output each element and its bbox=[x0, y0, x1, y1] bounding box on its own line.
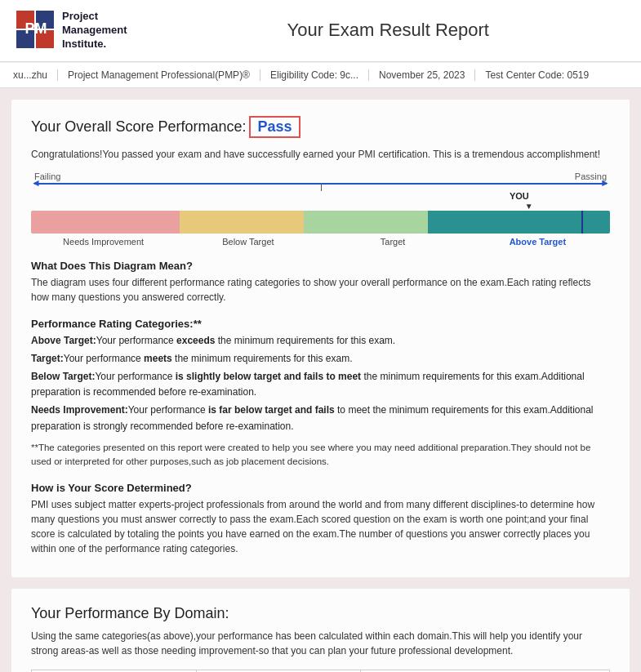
domain-section: Your Performance By Domain: Using the sa… bbox=[11, 589, 630, 672]
score-section: Your Overall Score Performance: Pass Con… bbox=[11, 100, 630, 578]
exam-name: Project Management Professional(PMP)® bbox=[58, 69, 260, 81]
you-pointer-symbol: ▼ bbox=[31, 202, 610, 211]
target-bar bbox=[304, 211, 428, 234]
perf-above-target: Above Target:Your performance exceeds th… bbox=[31, 333, 610, 349]
pmi-logo-icon: PM bbox=[16, 11, 56, 50]
score-performance-title: Your Overall Score Performance: bbox=[31, 118, 246, 136]
info-bar: xu...zhu Project Management Professional… bbox=[0, 62, 641, 88]
perf-below-target: Below Target:Your performance is slightl… bbox=[31, 369, 610, 400]
target-label: Target bbox=[321, 237, 465, 247]
score-determined-text: PMI uses subject matter experts-project … bbox=[31, 497, 610, 556]
perf-target: Target:Your performance meets the minimu… bbox=[31, 351, 610, 367]
logo-text: Project Management Institute. bbox=[62, 10, 127, 51]
color-bar bbox=[31, 211, 610, 234]
score-bar-container: Failing Passing ◄ ► YOU ▼ Nee bbox=[31, 171, 610, 247]
note-text: **The categories presented on this repor… bbox=[31, 441, 610, 470]
domain-description: Using the same categories(as above),your… bbox=[31, 629, 610, 658]
congrats-text: Congratulations!You passed your exam and… bbox=[31, 149, 610, 160]
you-bar-marker bbox=[581, 211, 583, 234]
header: PM Project Management Institute. Your Ex… bbox=[0, 0, 641, 62]
diagram-text: The diagram uses four different performa… bbox=[31, 275, 610, 305]
domain-title: Your Performance By Domain: bbox=[31, 605, 610, 622]
you-label: YOU bbox=[31, 191, 610, 201]
above-target-label: Above Target bbox=[465, 237, 610, 247]
needs-improvement-bar bbox=[31, 211, 180, 234]
candidate-name: xu...zhu bbox=[13, 69, 58, 81]
bar-labels-top: Failing Passing bbox=[31, 171, 610, 181]
eligibility-code: Eligibility Code: 9c... bbox=[260, 69, 369, 81]
exam-date: November 25, 2023 bbox=[369, 69, 475, 81]
test-center: Test Center Code: 0519 bbox=[475, 69, 599, 81]
logo-area: PM Project Management Institute. bbox=[16, 10, 127, 51]
below-target-label: Below Target bbox=[176, 237, 320, 247]
perf-needs-improvement: Needs Improvement:Your performance is fa… bbox=[31, 403, 610, 434]
below-target-bar bbox=[180, 211, 304, 234]
right-arrow-icon: ► bbox=[600, 177, 610, 189]
left-arrow-icon: ◄ bbox=[31, 177, 41, 189]
diagram-title: What Does This Diagram Mean? bbox=[31, 260, 610, 272]
needs-improvement-label: Needs Improvement bbox=[31, 237, 176, 247]
header-title: Your Exam Result Report bbox=[151, 20, 625, 41]
bar-category-labels: Needs Improvement Below Target Target Ab… bbox=[31, 237, 610, 247]
score-determined-title: How is Your Score Determined? bbox=[31, 482, 610, 494]
svg-text:PM: PM bbox=[25, 20, 47, 37]
above-target-bar bbox=[428, 211, 610, 234]
perf-rating-title: Performance Rating Categories:** bbox=[31, 318, 610, 330]
pass-badge: Pass bbox=[249, 116, 300, 138]
midpoint-divider bbox=[321, 183, 322, 191]
